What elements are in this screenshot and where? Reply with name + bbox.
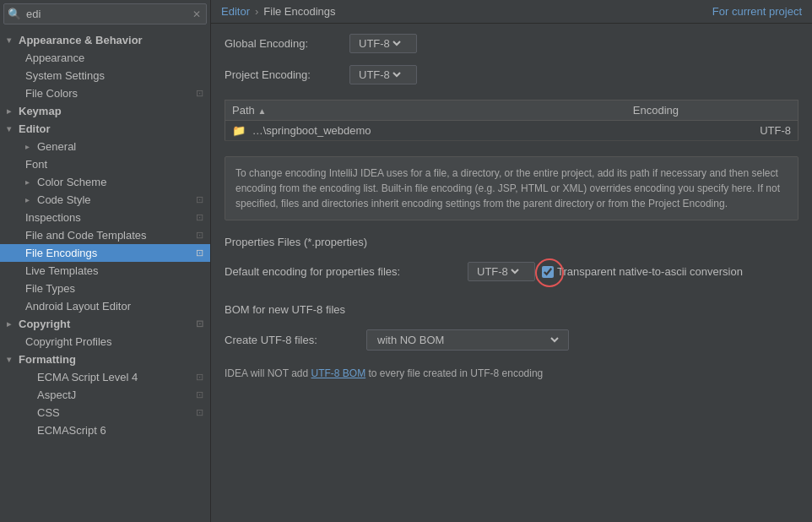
bom-create-label: Create UTF-8 files:: [225, 334, 360, 346]
sidebar-item-label: General: [37, 140, 76, 153]
sidebar-item-label: AspectJ: [37, 389, 76, 401]
expand-icon: [7, 355, 15, 364]
settings-content: Global Encoding: UTF-8 Project Encoding:…: [211, 24, 812, 522]
properties-section-title: Properties Files (*.properties): [225, 236, 798, 248]
sidebar-item-label: File Colors: [25, 87, 78, 100]
bom-link[interactable]: UTF-8 BOM: [311, 367, 365, 379]
copy-icon: ⊡: [196, 372, 203, 383]
properties-encoding-select[interactable]: UTF-8: [468, 262, 535, 281]
sidebar-item-appearance[interactable]: Appearance: [0, 49, 210, 67]
expand-icon: [7, 124, 15, 133]
sidebar-item-label: ECMA Script Level 4: [37, 371, 138, 383]
properties-encoding-row: Default encoding for properties files: U…: [225, 262, 798, 281]
folder-icon: 📁: [232, 124, 246, 137]
properties-encoding-dropdown[interactable]: UTF-8: [474, 264, 522, 279]
project-encoding-dropdown[interactable]: UTF-8: [355, 68, 403, 82]
sidebar-item-label: Color Scheme: [37, 176, 106, 188]
sidebar-item-label: File Encodings: [25, 247, 97, 259]
expand-icon: [7, 35, 15, 45]
sidebar-item-color-scheme[interactable]: Color Scheme: [0, 173, 210, 191]
sidebar-item-system-settings[interactable]: System Settings: [0, 67, 210, 84]
sidebar-item-file-types[interactable]: File Types: [0, 280, 210, 297]
sidebar-item-label: Android Layout Editor: [25, 300, 131, 313]
sort-icon: ▲: [257, 106, 266, 116]
sidebar-item-live-templates[interactable]: Live Templates: [0, 262, 210, 280]
file-encodings-table: Path ▲ Encoding 📁 …\springboot_webdemo U…: [225, 100, 798, 141]
for-project-link[interactable]: For current project: [712, 5, 802, 18]
sidebar-item-editor[interactable]: Editor: [0, 120, 210, 138]
copy-icon: ⊡: [196, 247, 203, 258]
expand-icon: [25, 142, 34, 151]
default-encoding-label: Default encoding for properties files:: [225, 265, 461, 278]
sidebar-item-copyright-profiles[interactable]: Copyright Profiles: [0, 333, 210, 351]
sidebar-item-label: Copyright: [19, 318, 70, 330]
main-content: Editor › File Encodings For current proj…: [211, 0, 812, 522]
sidebar-item-copyright[interactable]: Copyright ⊡: [0, 315, 210, 333]
breadcrumb-current: File Encodings: [263, 5, 335, 18]
sidebar-item-code-style[interactable]: Code Style ⊡: [0, 191, 210, 209]
transparent-checkbox-wrapper: Transparent native-to-ascii conversion: [542, 265, 743, 278]
global-encoding-dropdown[interactable]: UTF-8: [355, 36, 403, 51]
settings-sidebar: 🔍 ✕ Appearance & Behavior Appearance Sys…: [0, 0, 211, 522]
sidebar-item-label: Formatting: [19, 353, 76, 366]
sidebar-item-font[interactable]: Font: [0, 155, 210, 173]
sidebar-item-inspections[interactable]: Inspections ⊡: [0, 209, 210, 226]
table-row[interactable]: 📁 …\springboot_webdemo UTF-8: [225, 121, 798, 141]
copy-icon: ⊡: [196, 230, 203, 241]
sidebar-item-label: Live Templates: [25, 264, 98, 277]
copy-icon: ⊡: [196, 194, 203, 205]
expand-icon: [25, 177, 34, 187]
sidebar-item-label: Code Style: [37, 193, 91, 206]
sidebar-item-label: Copyright Profiles: [25, 335, 112, 348]
bom-info-text: IDEA will NOT add UTF-8 BOM to every fil…: [225, 367, 798, 379]
breadcrumb-separator: ›: [255, 5, 258, 18]
breadcrumb-editor[interactable]: Editor: [221, 5, 250, 18]
breadcrumb-bar: Editor › File Encodings For current proj…: [211, 0, 812, 24]
sidebar-item-label: Inspections: [25, 211, 81, 224]
transparent-label: Transparent native-to-ascii conversion: [557, 265, 743, 278]
search-bar[interactable]: 🔍 ✕: [3, 3, 207, 24]
sidebar-item-ecma-script-4[interactable]: ECMA Script Level 4 ⊡: [0, 368, 210, 386]
sidebar-item-label: Appearance & Behavior: [19, 34, 143, 46]
sidebar-item-file-colors[interactable]: File Colors ⊡: [0, 84, 210, 102]
sidebar-item-file-encodings[interactable]: File Encodings ⊡: [0, 244, 210, 262]
bom-create-dropdown[interactable]: with NO BOM with BOM with BOM (macOS): [374, 333, 561, 347]
sidebar-item-label: Editor: [19, 122, 51, 135]
sidebar-item-label: File Types: [25, 282, 75, 295]
table-col-path: Path ▲: [225, 101, 626, 121]
sidebar-item-ecmascript-6[interactable]: ECMAScript 6: [0, 421, 210, 439]
bom-section-title: BOM for new UTF-8 files: [225, 303, 798, 316]
transparent-checkbox[interactable]: [542, 266, 554, 278]
search-icon: 🔍: [8, 8, 21, 20]
sidebar-item-formatting[interactable]: Formatting: [0, 351, 210, 368]
sidebar-item-label: CSS: [37, 406, 60, 419]
table-cell-encoding: UTF-8: [626, 121, 798, 141]
sidebar-item-android-layout-editor[interactable]: Android Layout Editor: [0, 297, 210, 315]
sidebar-item-css[interactable]: CSS ⊡: [0, 404, 210, 421]
sidebar-item-label: Appearance: [25, 52, 84, 64]
clear-search-icon[interactable]: ✕: [191, 8, 203, 20]
project-encoding-row: Project Encoding: UTF-8: [225, 65, 798, 84]
global-encoding-select[interactable]: UTF-8: [349, 34, 417, 53]
project-encoding-select[interactable]: UTF-8: [349, 65, 417, 84]
sidebar-item-general[interactable]: General: [0, 138, 210, 155]
sidebar-item-label: ECMAScript 6: [37, 424, 106, 437]
search-input[interactable]: [24, 6, 191, 22]
copy-icon: ⊡: [196, 407, 203, 418]
table-cell-path: 📁 …\springboot_webdemo: [225, 121, 626, 141]
global-encoding-row: Global Encoding: UTF-8: [225, 34, 798, 53]
bom-create-select[interactable]: with NO BOM with BOM with BOM (macOS): [366, 329, 569, 351]
sidebar-item-label: Font: [25, 158, 47, 171]
sidebar-item-label: System Settings: [25, 69, 105, 82]
sidebar-item-aspectj[interactable]: AspectJ ⊡: [0, 386, 210, 404]
info-box: To change encoding IntelliJ IDEA uses fo…: [225, 156, 798, 220]
sidebar-item-label: Keymap: [19, 105, 62, 117]
expand-icon: [7, 319, 15, 329]
global-encoding-label: Global Encoding:: [225, 37, 343, 50]
expand-icon: [7, 106, 15, 116]
sidebar-item-keymap[interactable]: Keymap: [0, 102, 210, 120]
sidebar-item-appearance-behavior[interactable]: Appearance & Behavior: [0, 31, 210, 49]
copy-icon: ⊡: [196, 389, 203, 400]
table-col-encoding: Encoding: [626, 101, 798, 121]
sidebar-item-file-code-templates[interactable]: File and Code Templates ⊡: [0, 226, 210, 244]
